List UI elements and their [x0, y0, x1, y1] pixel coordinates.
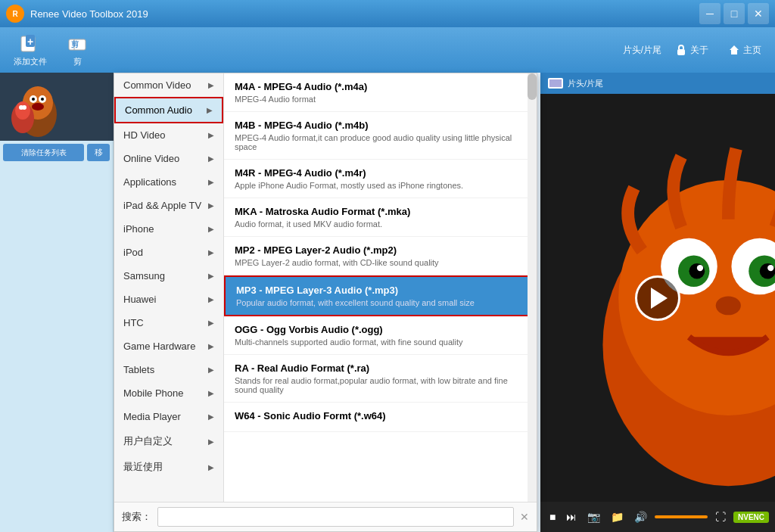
tail-label: 片头/片尾: [623, 44, 661, 57]
format-m4a-title: M4A - MPEG-4 Audio (*.m4a): [235, 81, 526, 92]
format-mp2-title: MP2 - MPEG Layer-2 Audio (*.mp2): [235, 244, 526, 256]
clear-tasks-button[interactable]: 清除任务列表: [3, 144, 84, 161]
search-bar: 搜索： ✕: [114, 502, 537, 531]
cat-arrow-samsung: ▶: [208, 272, 214, 280]
format-mka[interactable]: MKA - Matroska Audio Format (*.mka) Audi…: [224, 198, 537, 237]
skip-button[interactable]: ⏭: [563, 509, 580, 524]
edit-button[interactable]: 剪 剪: [61, 30, 94, 70]
cat-htc[interactable]: HTC ▶: [114, 311, 223, 334]
svg-text:R: R: [12, 10, 18, 18]
cat-ipad[interactable]: iPad && Apple TV ▶: [114, 194, 223, 217]
action-buttons: 清除任务列表 移: [0, 141, 113, 164]
format-m4r[interactable]: M4R - MPEG-4 Audio (*.m4r) Apple iPhone …: [224, 160, 537, 198]
cat-arrow-ipad: ▶: [208, 201, 214, 210]
format-ra[interactable]: RA - Real Audio Format (*.ra) Stands for…: [224, 355, 537, 403]
file-list: [0, 164, 113, 532]
format-mp3-desc: Popular audio format, with excellent sou…: [236, 298, 524, 307]
cat-media-player[interactable]: Media Player ▶: [114, 405, 223, 428]
svg-point-16: [32, 103, 44, 110]
cat-mobile-phone[interactable]: Mobile Phone ▶: [114, 381, 223, 405]
format-mp3-title: MP3 - MPEG Layer-3 Audio (*.mp3): [236, 285, 524, 296]
format-w64[interactable]: W64 - Sonic Audio Formt (*.w64): [224, 403, 537, 432]
cat-arrow-applications: ▶: [208, 178, 214, 186]
video-topbar: 片头/片尾: [540, 73, 775, 94]
svg-rect-22: [549, 79, 562, 87]
format-mka-desc: Audio format, it used MKV audio format.: [235, 219, 526, 229]
search-clear-button[interactable]: ✕: [520, 511, 529, 523]
edit-icon: 剪: [67, 33, 88, 54]
cat-samsung[interactable]: Samsung ▶: [114, 264, 223, 288]
cat-huawei[interactable]: Huawei ▶: [114, 288, 223, 311]
search-input[interactable]: [157, 507, 514, 527]
format-m4b[interactable]: M4B - MPEG-4 Audio (*.m4b) MPEG-4 Audio …: [224, 112, 537, 160]
edit-label: 剪: [73, 56, 82, 67]
window-controls: ─ □ ✕: [699, 3, 769, 24]
svg-text:剪: 剪: [70, 40, 79, 48]
scrollbar-thumb[interactable]: [528, 73, 537, 100]
cat-recent[interactable]: 最近使用 ▶: [114, 454, 223, 480]
play-button[interactable]: [635, 275, 680, 321]
cat-arrow-common-video: ▶: [208, 81, 214, 89]
search-label: 搜索：: [122, 510, 151, 524]
format-list: M4A - MPEG-4 Audio (*.m4a) MPEG-4 Audio …: [224, 73, 537, 502]
format-mp3[interactable]: MP3 - MPEG Layer-3 Audio (*.mp3) Popular…: [224, 275, 537, 316]
format-m4a[interactable]: M4A - MPEG-4 Audio (*.m4a) MPEG-4 Audio …: [224, 73, 537, 112]
cat-arrow-huawei: ▶: [208, 295, 214, 303]
screenshot-button[interactable]: 📷: [584, 509, 603, 524]
main-area: 清除任务列表 移 Common Video ▶ Common Audio ▶: [0, 73, 775, 532]
maximize-button[interactable]: □: [724, 3, 745, 24]
video-topbar-icon: [546, 76, 565, 91]
cat-tablets[interactable]: Tablets ▶: [114, 358, 223, 381]
fullscreen-button[interactable]: ⛶: [712, 509, 729, 524]
cat-applications[interactable]: Applications ▶: [114, 170, 223, 194]
cat-arrow-tablets: ▶: [208, 366, 214, 374]
cat-common-video[interactable]: Common Video ▶: [114, 73, 223, 97]
cat-hd-video[interactable]: HD Video ▶: [114, 123, 223, 147]
svg-text:+: +: [27, 36, 33, 48]
cat-user-custom[interactable]: 用户自定义 ▶: [114, 428, 223, 454]
format-ogg[interactable]: OGG - Ogg Vorbis Audio (*.ogg) Multi-cha…: [224, 316, 537, 355]
home-button[interactable]: 主页: [722, 41, 767, 60]
add-file-label: 添加文件: [14, 56, 47, 67]
cat-game-hardware[interactable]: Game Hardware ▶: [114, 334, 223, 358]
cat-arrow-media-player: ▶: [208, 412, 214, 421]
format-ogg-desc: Multi-channels supported audio format, w…: [235, 338, 526, 347]
dropdown-content: Common Video ▶ Common Audio ▶ HD Video ▶…: [114, 73, 537, 502]
stop-button[interactable]: ■: [546, 509, 559, 524]
video-content: W: [540, 94, 775, 502]
cat-iphone[interactable]: iPhone ▶: [114, 217, 223, 241]
cat-ipod[interactable]: iPod ▶: [114, 241, 223, 264]
add-file-button[interactable]: + 添加文件: [8, 30, 53, 70]
cat-common-audio[interactable]: Common Audio ▶: [114, 97, 223, 123]
minimize-button[interactable]: ─: [699, 3, 721, 24]
format-m4b-desc: MPEG-4 Audio format,it can produce good …: [235, 133, 526, 151]
play-icon: [651, 288, 668, 309]
scrollbar-track[interactable]: [528, 73, 537, 502]
format-m4r-desc: Apple iPhone Audio Format, mostly used a…: [235, 181, 526, 190]
format-mp2-desc: MPEG Layer-2 audio format, with CD-like …: [235, 258, 526, 267]
cat-online-video[interactable]: Online Video ▶: [114, 147, 223, 170]
close-button[interactable]: ✕: [748, 3, 769, 24]
move-button[interactable]: 移: [87, 144, 110, 161]
home-icon: [728, 44, 740, 56]
volume-slider[interactable]: [655, 515, 708, 518]
category-menu: Common Video ▶ Common Audio ▶ HD Video ▶…: [114, 73, 224, 502]
cat-arrow-game-hardware: ▶: [208, 342, 214, 350]
format-w64-title: W64 - Sonic Audio Formt (*.w64): [235, 410, 526, 422]
format-ra-title: RA - Real Audio Format (*.ra): [235, 362, 526, 374]
toolbar-right: 片头/片尾 关于 主页: [623, 41, 767, 60]
cat-arrow-recent: ▶: [208, 463, 214, 471]
add-file-icon: +: [20, 33, 41, 54]
folder-button[interactable]: 📁: [608, 509, 627, 524]
svg-point-34: [716, 296, 741, 315]
cat-arrow-ipod: ▶: [208, 248, 214, 257]
format-mp2[interactable]: MP2 - MPEG Layer-2 Audio (*.mp2) MPEG La…: [224, 237, 537, 275]
format-m4b-title: M4B - MPEG-4 Audio (*.m4b): [235, 120, 526, 131]
app-logo: R: [6, 5, 24, 23]
about-button[interactable]: 关于: [669, 41, 714, 60]
volume-button[interactable]: 🔊: [631, 509, 650, 524]
svg-point-18: [15, 101, 30, 120]
app-title: Renee Video Toolbox 2019: [30, 8, 699, 20]
svg-point-32: [697, 265, 703, 271]
cat-arrow-online-video: ▶: [208, 154, 214, 163]
